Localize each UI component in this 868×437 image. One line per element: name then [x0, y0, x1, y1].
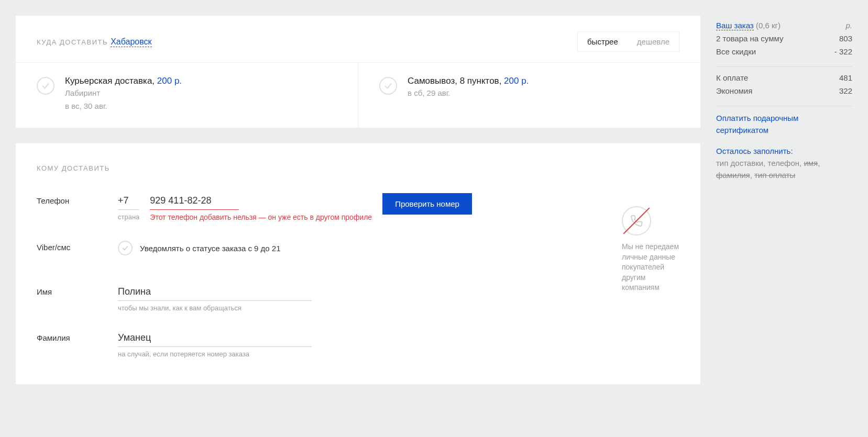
surname-input[interactable]	[118, 330, 312, 347]
viber-label: Viber/смс	[37, 240, 118, 252]
country-hint: страна	[118, 213, 139, 221]
verify-phone-button[interactable]: Проверить номер	[382, 193, 472, 215]
save-value: 322	[839, 86, 852, 95]
surname-hint: на случай, если потеряется номер заказа	[118, 350, 249, 358]
gift-cert-link[interactable]: Оплатить подарочным сертификатом	[716, 114, 798, 135]
speed-price-toggle: быстрее дешевле	[577, 31, 679, 52]
name-hint: чтобы мы знали, как к вам обращаться	[118, 304, 241, 312]
discount-value: - 322	[834, 47, 852, 56]
remaining-list: тип доставки, телефон, имя, фамилия, тип…	[716, 158, 852, 181]
name-input[interactable]	[118, 284, 312, 301]
delivery-option-courier[interactable]: Курьерская доставка, 200 р. Лабиринт в в…	[16, 63, 358, 128]
save-label: Экономия	[716, 86, 752, 95]
city-link[interactable]: Хабаровск	[111, 37, 151, 47]
toggle-faster[interactable]: быстрее	[578, 32, 628, 51]
radio-unchecked-icon	[379, 77, 397, 95]
surname-label: Фамилия	[37, 330, 118, 342]
phone-error: Этот телефон добавить нельзя — он уже ес…	[150, 213, 372, 221]
items-value: 803	[839, 34, 852, 43]
recipient-section-label: КОМУ ДОСТАВИТЬ	[37, 164, 679, 172]
discount-label: Все скидки	[716, 47, 756, 56]
notification-checkbox[interactable]	[118, 241, 133, 255]
recipient-card: КОМУ ДОСТАВИТЬ Телефон страна Этот телеф…	[16, 143, 700, 384]
name-label: Имя	[37, 284, 118, 296]
total-value: 481	[839, 73, 852, 82]
option-subtitle: Лабиринт	[65, 87, 182, 99]
remaining-title: Осталось заполнить:	[716, 147, 852, 155]
order-summary-sidebar: Ваш заказ (0,6 кг) р. 2 товара на сумму …	[716, 16, 852, 384]
delivery-card: КУДА ДОСТАВИТЬ Хабаровск быстрее дешевле…	[16, 16, 700, 128]
delivery-option-pickup[interactable]: Самовывоз, 8 пунктов, 200 р. в сб, 29 ав…	[358, 63, 700, 128]
phone-label: Телефон	[37, 193, 118, 205]
no-share-phone-icon	[622, 206, 651, 236]
option-date: в сб, 29 авг.	[408, 87, 529, 99]
order-weight: (0,6 кг)	[756, 21, 781, 30]
option-title: Курьерская доставка, 200 р.	[65, 76, 182, 86]
items-label: 2 товара на сумму	[716, 34, 783, 43]
phone-input[interactable]	[150, 193, 239, 210]
order-title-link[interactable]: Ваш заказ	[716, 21, 754, 30]
country-code-input[interactable]	[118, 193, 139, 210]
privacy-notice: Мы не передаем личные данные покупателей…	[622, 206, 679, 293]
radio-unchecked-icon	[37, 77, 54, 95]
option-date: в вс, 30 авг.	[65, 100, 182, 113]
total-label: К оплате	[716, 73, 748, 82]
option-title: Самовывоз, 8 пунктов, 200 р.	[408, 76, 529, 86]
order-currency: р.	[845, 21, 852, 30]
notification-text: Уведомлять о статусе заказа с 9 до 21	[140, 244, 281, 253]
delivery-section-label: КУДА ДОСТАВИТЬ Хабаровск	[37, 37, 152, 47]
toggle-cheaper[interactable]: дешевле	[628, 32, 679, 51]
